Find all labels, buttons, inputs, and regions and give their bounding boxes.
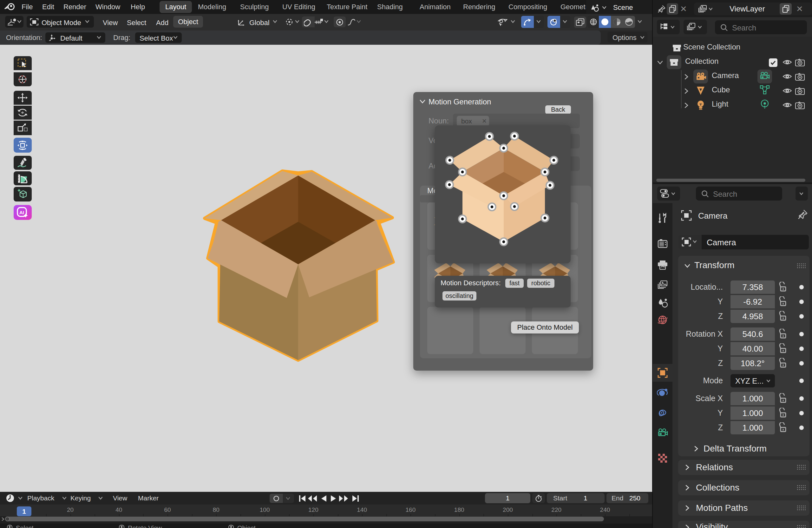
svg-text:AI: AI — [19, 210, 24, 215]
